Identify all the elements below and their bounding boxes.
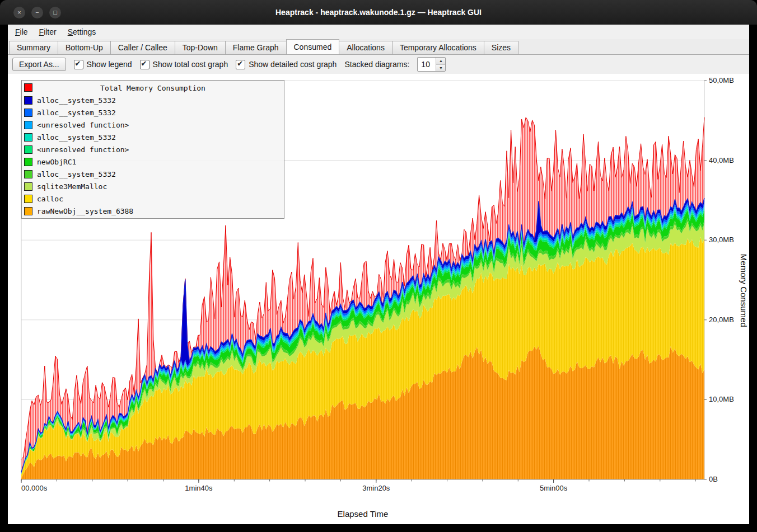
legend-label: newObjRC1 <box>37 158 76 166</box>
y-axis: 0B10,0MB20,0MB30,0MB40,0MB50,0MB <box>704 76 734 483</box>
legend-swatch <box>24 109 32 117</box>
legend-label: <unresolved function> <box>37 145 129 154</box>
tab-sizes[interactable]: Sizes <box>484 41 518 54</box>
legend-swatch <box>24 182 32 191</box>
tab-flame-graph[interactable]: Flame Graph <box>225 41 287 54</box>
checkbox-show-detailed-cost-graph[interactable]: Show detailed cost graph <box>236 60 337 69</box>
y-tick-label: 50,0MB <box>709 76 734 84</box>
legend-label: sqlite3MemMalloc <box>37 182 107 191</box>
y-tick-label: 30,0MB <box>709 236 734 244</box>
x-tick-label: 00.000s <box>21 484 48 492</box>
legend-row: rawNewObj__system_6388 <box>22 205 284 217</box>
legend-swatch <box>24 170 32 178</box>
legend-label: rawNewObj__system_6388 <box>37 207 133 215</box>
stacked-diagrams-value: 10 <box>418 58 436 71</box>
chart-legend: Total Memory Consumption alloc__system_5… <box>21 80 284 219</box>
legend-row: alloc__system_5332 <box>22 106 284 119</box>
legend-label: alloc__system_5332 <box>37 96 116 105</box>
checkbox-icon <box>74 60 83 69</box>
legend-label: alloc__system_5332 <box>37 170 116 178</box>
window-controls: × − □ <box>13 7 61 18</box>
stacked-diagrams-label: Stacked diagrams: <box>344 60 409 69</box>
tab-bar: Summary Bottom-Up Caller / Callee Top-Do… <box>8 39 749 55</box>
x-tick-label: 3min20s <box>362 484 390 492</box>
minimize-icon: − <box>35 10 39 16</box>
tab-allocations[interactable]: Allocations <box>339 41 392 54</box>
heaptrack-window: × − □ Heaptrack - heaptrack.wakunode.1.g… <box>0 0 757 532</box>
chart-toolbar: Export As... Show legend Show total cost… <box>8 55 749 74</box>
legend-label: calloc <box>37 195 63 203</box>
legend-label: alloc__system_5332 <box>37 133 116 142</box>
checkbox-show-total-cost-graph[interactable]: Show total cost graph <box>140 60 228 69</box>
legend-row: alloc__system_5332 <box>22 94 284 106</box>
legend-row: sqlite3MemMalloc <box>22 180 284 192</box>
legend-title: Total Memory Consumption <box>100 84 205 92</box>
maximize-icon: □ <box>53 10 57 16</box>
checkbox-label: Show legend <box>87 60 132 69</box>
legend-swatch <box>24 96 32 105</box>
checkbox-icon <box>236 60 245 69</box>
checkbox-show-legend[interactable]: Show legend <box>74 60 132 69</box>
legend-swatch <box>24 195 32 203</box>
legend-row: alloc__system_5332 <box>22 168 284 180</box>
x-tick-label: 5min00s <box>540 484 568 492</box>
title-bar: × − □ Heaptrack - heaptrack.wakunode.1.g… <box>0 0 757 25</box>
y-tick-label: 0B <box>709 475 718 483</box>
y-tick-label: 20,0MB <box>709 316 734 324</box>
x-axis: 00.000s1min40s3min20s5min00s <box>21 479 704 492</box>
menu-filter[interactable]: Filter <box>34 26 62 37</box>
menu-bar: File Filter Settings <box>8 25 749 39</box>
legend-row: alloc__system_5332 <box>22 131 284 143</box>
y-axis-title: Memory Consumed <box>739 253 749 327</box>
legend-swatch <box>24 133 32 142</box>
x-axis-title: Elapsed Time <box>21 509 704 519</box>
tab-summary[interactable]: Summary <box>9 41 58 54</box>
legend-swatch <box>24 83 32 92</box>
checkbox-label: Show total cost graph <box>153 60 228 69</box>
window-content: File Filter Settings Summary Bottom-Up C… <box>8 25 749 524</box>
tab-top-down[interactable]: Top-Down <box>175 41 226 54</box>
legend-label: <unresolved function> <box>37 121 129 129</box>
legend-row: newObjRC1 <box>22 156 284 168</box>
spin-down-icon[interactable]: ▼ <box>436 65 445 72</box>
y-tick-label: 40,0MB <box>709 156 734 164</box>
consumed-chart-region: 00.000s1min40s3min20s5min00s0B10,0MB20,0… <box>8 74 749 524</box>
export-as-button[interactable]: Export As... <box>12 58 66 71</box>
legend-row: <unresolved function> <box>22 143 284 156</box>
close-icon: × <box>17 10 21 16</box>
legend-swatch <box>24 121 32 129</box>
minimize-button[interactable]: − <box>31 7 43 18</box>
legend-row: calloc <box>22 192 284 205</box>
menu-file[interactable]: File <box>10 26 33 37</box>
tab-caller-callee[interactable]: Caller / Callee <box>110 41 175 54</box>
window-title: Heaptrack - heaptrack.wakunode.1.gz — He… <box>275 8 482 17</box>
legend-label: alloc__system_5332 <box>37 109 116 117</box>
legend-row: <unresolved function> <box>22 119 284 131</box>
stacked-diagrams-spinner[interactable]: 10 ▲ ▼ <box>417 57 446 72</box>
tab-temporary-allocations[interactable]: Temporary Allocations <box>392 41 484 54</box>
y-tick-label: 10,0MB <box>709 395 734 403</box>
checkbox-label: Show detailed cost graph <box>249 60 337 69</box>
maximize-button[interactable]: □ <box>49 7 61 18</box>
legend-swatch <box>24 207 32 215</box>
checkbox-icon <box>140 60 149 69</box>
legend-swatch <box>24 158 32 166</box>
legend-title-row: Total Memory Consumption <box>22 82 284 94</box>
legend-swatch <box>24 145 32 154</box>
spin-up-icon[interactable]: ▲ <box>436 58 445 65</box>
menu-settings[interactable]: Settings <box>63 26 101 37</box>
close-button[interactable]: × <box>13 7 25 18</box>
tab-bottom-up[interactable]: Bottom-Up <box>58 41 111 54</box>
tab-consumed[interactable]: Consumed <box>286 39 340 54</box>
x-tick-label: 1min40s <box>185 484 213 492</box>
